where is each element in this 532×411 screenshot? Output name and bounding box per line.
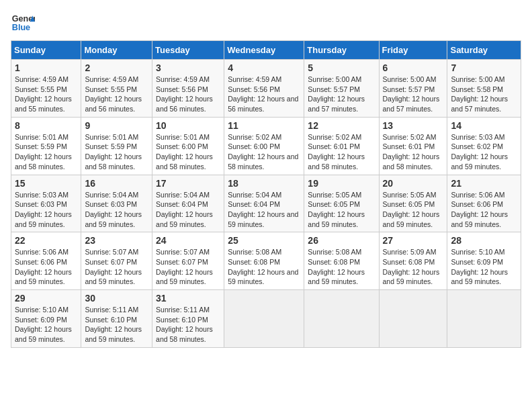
header-cell-monday: Monday [81,41,152,60]
day-info: Sunrise: 5:02 AM Sunset: 6:01 PM Dayligh… [308,132,375,172]
day-number: 18 [228,178,300,189]
calendar-cell: 31Sunrise: 5:11 AM Sunset: 6:10 PM Dayli… [152,290,224,348]
day-info: Sunrise: 5:10 AM Sunset: 6:09 PM Dayligh… [15,305,77,345]
day-number: 25 [228,235,300,246]
day-info: Sunrise: 5:08 AM Sunset: 6:08 PM Dayligh… [308,247,375,287]
calendar-cell: 18Sunrise: 5:04 AM Sunset: 6:04 PM Dayli… [224,175,304,232]
day-number: 7 [451,62,517,73]
day-number: 11 [228,120,300,131]
day-info: Sunrise: 5:00 AM Sunset: 5:57 PM Dayligh… [308,75,375,114]
day-info: Sunrise: 5:06 AM Sunset: 6:06 PM Dayligh… [451,190,517,230]
calendar-cell: 23Sunrise: 5:07 AM Sunset: 6:07 PM Dayli… [81,232,152,290]
calendar-cell: 9Sunrise: 5:01 AM Sunset: 5:59 PM Daylig… [81,117,152,175]
day-number: 4 [228,62,300,73]
header: General Blue [11,11,521,35]
day-info: Sunrise: 5:07 AM Sunset: 6:07 PM Dayligh… [85,247,148,287]
day-number: 19 [308,178,375,189]
day-info: Sunrise: 5:11 AM Sunset: 6:10 PM Dayligh… [85,305,148,345]
day-info: Sunrise: 4:59 AM Sunset: 5:55 PM Dayligh… [15,75,77,114]
calendar-week-4: 22Sunrise: 5:06 AM Sunset: 6:06 PM Dayli… [11,232,521,290]
header-cell-tuesday: Tuesday [152,41,224,60]
day-number: 1 [15,62,77,73]
day-info: Sunrise: 5:09 AM Sunset: 6:08 PM Dayligh… [383,247,444,287]
calendar-cell: 4Sunrise: 4:59 AM Sunset: 5:56 PM Daylig… [224,60,304,118]
calendar-cell: 29Sunrise: 5:10 AM Sunset: 6:09 PM Dayli… [11,290,81,348]
day-number: 26 [308,235,375,246]
day-number: 10 [156,120,220,131]
calendar-week-5: 29Sunrise: 5:10 AM Sunset: 6:09 PM Dayli… [11,290,521,348]
day-info: Sunrise: 5:00 AM Sunset: 5:58 PM Dayligh… [451,75,517,114]
day-info: Sunrise: 5:00 AM Sunset: 5:57 PM Dayligh… [383,75,444,114]
day-number: 3 [156,62,220,73]
calendar-cell: 7Sunrise: 5:00 AM Sunset: 5:58 PM Daylig… [447,60,521,118]
header-row: SundayMondayTuesdayWednesdayThursdayFrid… [11,41,521,60]
day-number: 2 [85,62,148,73]
calendar-cell: 26Sunrise: 5:08 AM Sunset: 6:08 PM Dayli… [304,232,379,290]
day-info: Sunrise: 5:02 AM Sunset: 6:00 PM Dayligh… [228,132,300,172]
day-info: Sunrise: 4:59 AM Sunset: 5:55 PM Dayligh… [85,75,148,114]
calendar-cell: 11Sunrise: 5:02 AM Sunset: 6:00 PM Dayli… [224,117,304,175]
calendar-cell: 14Sunrise: 5:03 AM Sunset: 6:02 PM Dayli… [447,117,521,175]
day-info: Sunrise: 5:07 AM Sunset: 6:07 PM Dayligh… [156,247,220,287]
day-number: 22 [15,235,77,246]
calendar-cell: 5Sunrise: 5:00 AM Sunset: 5:57 PM Daylig… [304,60,379,118]
calendar-cell: 21Sunrise: 5:06 AM Sunset: 6:06 PM Dayli… [447,175,521,232]
calendar-cell [379,290,447,348]
day-number: 5 [308,62,375,73]
header-cell-friday: Friday [379,41,447,60]
calendar-cell: 13Sunrise: 5:02 AM Sunset: 6:01 PM Dayli… [379,117,447,175]
calendar-cell: 15Sunrise: 5:03 AM Sunset: 6:03 PM Dayli… [11,175,81,232]
logo-icon: General Blue [11,11,35,35]
day-number: 6 [383,62,444,73]
day-number: 31 [156,293,220,304]
day-info: Sunrise: 5:08 AM Sunset: 6:08 PM Dayligh… [228,247,300,287]
day-info: Sunrise: 5:11 AM Sunset: 6:10 PM Dayligh… [156,305,220,345]
calendar-table: SundayMondayTuesdayWednesdayThursdayFrid… [11,40,521,348]
calendar-cell: 1Sunrise: 4:59 AM Sunset: 5:55 PM Daylig… [11,60,81,118]
day-number: 13 [383,120,444,131]
calendar-cell: 30Sunrise: 5:11 AM Sunset: 6:10 PM Dayli… [81,290,152,348]
calendar-cell [224,290,304,348]
day-info: Sunrise: 5:05 AM Sunset: 6:05 PM Dayligh… [383,190,444,230]
day-number: 8 [15,120,77,131]
calendar-cell: 22Sunrise: 5:06 AM Sunset: 6:06 PM Dayli… [11,232,81,290]
day-number: 12 [308,120,375,131]
calendar-cell: 28Sunrise: 5:10 AM Sunset: 6:09 PM Dayli… [447,232,521,290]
day-info: Sunrise: 5:03 AM Sunset: 6:02 PM Dayligh… [451,132,517,172]
calendar-cell [304,290,379,348]
day-number: 23 [85,235,148,246]
day-number: 17 [156,178,220,189]
day-info: Sunrise: 5:02 AM Sunset: 6:01 PM Dayligh… [383,132,444,172]
day-number: 29 [15,293,77,304]
day-number: 28 [451,235,517,246]
day-info: Sunrise: 4:59 AM Sunset: 5:56 PM Dayligh… [156,75,220,114]
calendar-cell: 2Sunrise: 4:59 AM Sunset: 5:55 PM Daylig… [81,60,152,118]
calendar-week-2: 8Sunrise: 5:01 AM Sunset: 5:59 PM Daylig… [11,117,521,175]
day-number: 15 [15,178,77,189]
calendar-cell: 24Sunrise: 5:07 AM Sunset: 6:07 PM Dayli… [152,232,224,290]
day-info: Sunrise: 5:06 AM Sunset: 6:06 PM Dayligh… [15,247,77,287]
calendar-cell: 25Sunrise: 5:08 AM Sunset: 6:08 PM Dayli… [224,232,304,290]
day-number: 9 [85,120,148,131]
day-number: 30 [85,293,148,304]
day-info: Sunrise: 5:04 AM Sunset: 6:04 PM Dayligh… [156,190,220,230]
day-info: Sunrise: 5:05 AM Sunset: 6:05 PM Dayligh… [308,190,375,230]
day-info: Sunrise: 5:01 AM Sunset: 5:59 PM Dayligh… [85,132,148,172]
header-cell-sunday: Sunday [11,41,81,60]
logo: General Blue [11,11,35,35]
calendar-cell: 27Sunrise: 5:09 AM Sunset: 6:08 PM Dayli… [379,232,447,290]
day-number: 14 [451,120,517,131]
calendar-cell: 6Sunrise: 5:00 AM Sunset: 5:57 PM Daylig… [379,60,447,118]
day-number: 16 [85,178,148,189]
header-cell-saturday: Saturday [447,41,521,60]
day-info: Sunrise: 5:04 AM Sunset: 6:03 PM Dayligh… [85,190,148,230]
day-info: Sunrise: 5:01 AM Sunset: 5:59 PM Dayligh… [15,132,77,172]
calendar-cell: 12Sunrise: 5:02 AM Sunset: 6:01 PM Dayli… [304,117,379,175]
calendar-cell [447,290,521,348]
day-number: 21 [451,178,517,189]
day-info: Sunrise: 5:03 AM Sunset: 6:03 PM Dayligh… [15,190,77,230]
day-number: 20 [383,178,444,189]
calendar-cell: 20Sunrise: 5:05 AM Sunset: 6:05 PM Dayli… [379,175,447,232]
day-info: Sunrise: 5:01 AM Sunset: 6:00 PM Dayligh… [156,132,220,172]
svg-text:Blue: Blue [12,23,30,32]
